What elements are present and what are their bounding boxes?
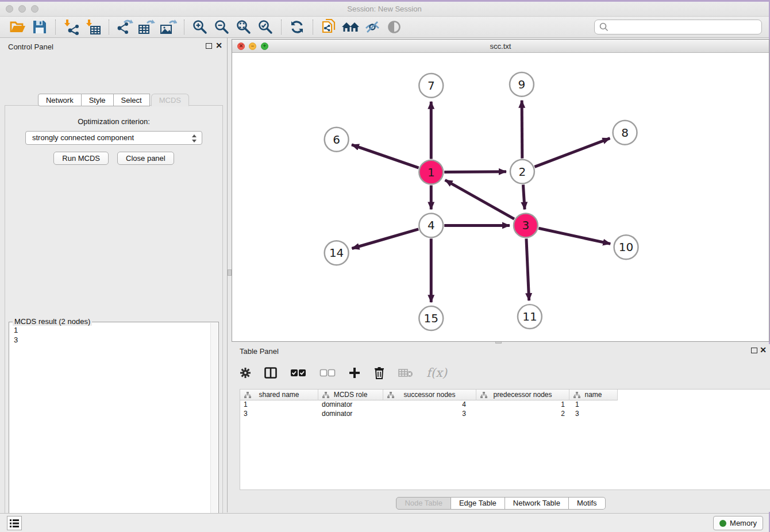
- tab-style[interactable]: Style: [82, 94, 114, 106]
- edge-2-3[interactable]: [523, 184, 525, 209]
- edge-2-8[interactable]: [534, 138, 610, 167]
- optimization-criterion-select[interactable]: strongly connected component: [25, 131, 202, 145]
- table-row[interactable]: 3dominator323: [240, 410, 770, 419]
- tab-network-table[interactable]: Network Table: [505, 497, 569, 510]
- close-panel-icon[interactable]: ✕: [215, 41, 222, 50]
- node-11[interactable]: 11: [518, 304, 542, 329]
- tab-edge-table[interactable]: Edge Table: [451, 497, 505, 510]
- node-4[interactable]: 4: [419, 213, 443, 237]
- search-input[interactable]: [609, 21, 761, 33]
- node-9[interactable]: 9: [510, 72, 534, 97]
- column-header-MCDS-role[interactable]: MCDS role: [318, 390, 383, 400]
- birdseye-view-icon[interactable]: [383, 18, 405, 36]
- deselect-all-icon[interactable]: [319, 369, 336, 377]
- control-panel-title: Control Panel: [8, 43, 53, 51]
- svg-text:14: 14: [329, 246, 344, 260]
- column-header-shared-name[interactable]: shared name: [240, 390, 318, 400]
- node-table: shared nameMCDS rolesuccessor nodesprede…: [240, 389, 770, 490]
- edge-1-6[interactable]: [352, 145, 419, 168]
- list-icon: [10, 519, 19, 527]
- export-table-icon[interactable]: [136, 18, 157, 36]
- tab-node-table[interactable]: Node Table: [396, 497, 451, 510]
- table-cell[interactable]: 1: [476, 400, 569, 410]
- import-table-icon[interactable]: [82, 18, 104, 36]
- edge-3-11[interactable]: [526, 238, 529, 300]
- home-icon[interactable]: [340, 18, 361, 36]
- tab-motifs[interactable]: Motifs: [569, 497, 606, 510]
- search-field[interactable]: [594, 20, 762, 34]
- table-cell[interactable]: dominator: [318, 410, 383, 419]
- zoom-fit-icon[interactable]: [233, 18, 255, 36]
- table-cell[interactable]: 3: [240, 410, 318, 419]
- task-history-button[interactable]: [7, 516, 22, 530]
- export-image-icon[interactable]: [157, 18, 179, 36]
- edge-3-10[interactable]: [538, 228, 610, 244]
- close-panel-button[interactable]: Close panel: [117, 152, 174, 165]
- edge-2-9[interactable]: [522, 101, 522, 159]
- export-network-icon[interactable]: [114, 18, 136, 36]
- edge-3-1[interactable]: [445, 180, 514, 219]
- tab-mcds[interactable]: MCDS: [151, 94, 189, 106]
- optimization-criterion-label: Optimization criterion:: [5, 117, 222, 126]
- network-canvas[interactable]: 1234678910111415: [232, 53, 769, 341]
- graphics-details-icon[interactable]: [361, 18, 383, 36]
- node-3[interactable]: 3: [514, 213, 538, 237]
- app-window: Session: New Session: [0, 0, 770, 532]
- node-10[interactable]: 10: [614, 235, 638, 259]
- memory-button[interactable]: Memory: [713, 516, 763, 530]
- node-15[interactable]: 15: [419, 306, 443, 330]
- delete-column-icon[interactable]: [374, 367, 385, 379]
- toolbar-separator: [184, 20, 184, 34]
- toolbar-separator: [281, 20, 282, 34]
- status-bar: Memory: [0, 513, 769, 532]
- edge-1-2[interactable]: [444, 172, 506, 172]
- node-1[interactable]: 1: [419, 160, 443, 184]
- column-header-name[interactable]: name: [569, 390, 618, 400]
- add-column-icon[interactable]: [349, 367, 360, 379]
- hierarchy-icon: [387, 392, 394, 398]
- table-cell[interactable]: dominator: [318, 400, 383, 410]
- result-scrollbar[interactable]: [210, 323, 218, 532]
- tab-select[interactable]: Select: [114, 94, 150, 106]
- table-row[interactable]: 1dominator411: [240, 400, 770, 410]
- table-cell[interactable]: 3: [569, 410, 618, 419]
- select-all-icon[interactable]: [290, 369, 306, 377]
- node-14[interactable]: 14: [325, 241, 349, 265]
- gear-icon[interactable]: [240, 367, 251, 379]
- node-6[interactable]: 6: [325, 128, 349, 152]
- table-cell[interactable]: 1: [240, 400, 318, 410]
- zoom-out-icon[interactable]: [211, 18, 233, 36]
- tab-network[interactable]: Network: [38, 94, 82, 106]
- memory-status-icon: [719, 520, 726, 527]
- function-builder-icon[interactable]: f(x): [426, 366, 447, 380]
- table-cell[interactable]: 4: [383, 400, 476, 410]
- mcds-result-title: MCDS result (2 nodes): [13, 317, 92, 326]
- network-graph[interactable]: 1234678910111415: [232, 53, 769, 341]
- zoom-selected-icon[interactable]: [255, 18, 276, 36]
- open-session-icon[interactable]: [7, 18, 29, 36]
- svg-text:9: 9: [518, 78, 526, 91]
- float-panel-icon[interactable]: [206, 43, 212, 49]
- node-8[interactable]: 8: [613, 121, 637, 145]
- float-table-panel-icon[interactable]: [751, 348, 757, 353]
- column-header-predecessor-nodes[interactable]: predecessor nodes: [476, 390, 569, 400]
- node-2[interactable]: 2: [510, 160, 534, 184]
- import-network-icon[interactable]: [60, 18, 82, 36]
- run-mcds-button[interactable]: Run MCDS: [53, 152, 109, 165]
- save-session-icon[interactable]: [29, 18, 51, 36]
- table-panel: Table Panel ✕ f(x): [232, 344, 770, 512]
- refresh-layout-icon[interactable]: [286, 18, 308, 36]
- node-7[interactable]: 7: [419, 74, 443, 98]
- network-window-titlebar: ✕ − + scc.txt: [232, 40, 769, 53]
- duplicate-network-icon[interactable]: [318, 18, 340, 36]
- table-cell[interactable]: 2: [476, 410, 569, 419]
- vertical-splitter-handle[interactable]: [228, 269, 232, 276]
- column-header-successor-nodes[interactable]: successor nodes: [383, 390, 476, 400]
- zoom-in-icon[interactable]: [189, 18, 211, 36]
- split-view-icon[interactable]: [264, 367, 277, 379]
- table-cell[interactable]: 1: [569, 400, 618, 410]
- edge-4-14[interactable]: [352, 229, 418, 249]
- close-table-panel-icon[interactable]: ✕: [760, 345, 767, 354]
- delete-table-icon[interactable]: [398, 368, 413, 378]
- table-cell[interactable]: 3: [383, 410, 476, 419]
